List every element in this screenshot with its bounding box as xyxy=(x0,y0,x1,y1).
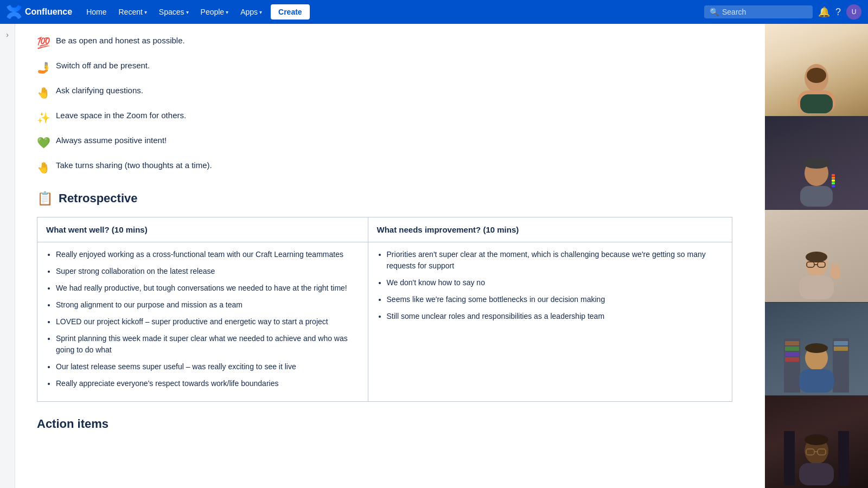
rule-text: Ask clarifying questions. xyxy=(56,85,143,97)
help-icon[interactable]: ? xyxy=(835,7,841,18)
confluence-logo-icon xyxy=(7,4,22,20)
went-well-item: Super strong collaboration on the latest… xyxy=(56,266,359,277)
recent-chevron-icon: ▾ xyxy=(144,9,147,15)
svg-rect-42 xyxy=(838,431,849,485)
rule-emoji: 💯 xyxy=(37,35,50,51)
sidebar-toggle[interactable]: › xyxy=(0,24,15,488)
rule-text: Switch off and be present. xyxy=(56,60,150,72)
svg-rect-8 xyxy=(800,186,833,207)
apps-chevron-icon: ▾ xyxy=(259,9,262,15)
search-placeholder: Search xyxy=(722,8,746,16)
person-svg-4 xyxy=(784,338,849,393)
main-container: › 💯Be as open and honest as possible.🤳Sw… xyxy=(0,24,868,488)
nav-right: 🔍 Search 🔔 ? U xyxy=(704,4,861,20)
needs-improvement-cell: Priorities aren't super clear at the mom… xyxy=(368,242,732,402)
video-bg-1 xyxy=(765,24,868,116)
logo-text: Confluence xyxy=(25,7,72,17)
person-svg-1 xyxy=(784,59,849,113)
svg-rect-41 xyxy=(784,431,795,485)
svg-rect-7 xyxy=(803,160,829,166)
svg-point-39 xyxy=(805,434,828,445)
rule-item: 💯Be as open and honest as possible. xyxy=(37,35,732,51)
svg-rect-10 xyxy=(832,177,835,179)
retrospective-emoji: 📋 xyxy=(37,191,53,206)
went-well-heading: What went well? (10 mins) xyxy=(37,217,368,242)
svg-rect-25 xyxy=(785,341,799,345)
person-svg-3 xyxy=(784,245,849,299)
went-well-item: We had really productive, but tough conv… xyxy=(56,282,359,294)
rules-list: 💯Be as open and honest as possible.🤳Swit… xyxy=(37,35,732,176)
video-bg-4 xyxy=(765,303,868,395)
nav-apps[interactable]: Apps ▾ xyxy=(235,4,267,20)
rule-emoji: ✨ xyxy=(37,110,50,126)
logo[interactable]: Confluence xyxy=(7,4,72,20)
nav-home[interactable]: Home xyxy=(81,4,112,20)
retrospective-title: Retrospective xyxy=(59,191,138,206)
rule-text: Be as open and honest as possible. xyxy=(56,35,185,47)
went-well-cell: Really enjoyed working as a cross-functi… xyxy=(37,242,368,402)
svg-rect-12 xyxy=(832,182,835,184)
video-tile-1 xyxy=(765,24,868,117)
action-items-heading: Action items xyxy=(37,417,732,431)
rule-text: Leave space in the Zoom for others. xyxy=(56,110,186,122)
went-well-item: Sprint planning this week made it super … xyxy=(56,333,359,356)
svg-rect-34 xyxy=(799,369,834,393)
svg-rect-30 xyxy=(834,341,848,345)
svg-rect-28 xyxy=(785,357,799,362)
needs-improvement-item: Still some unclear roles and responsibil… xyxy=(387,311,723,322)
needs-improvement-item: Priorities aren't super clear at the mom… xyxy=(387,249,723,272)
search-icon: 🔍 xyxy=(710,8,719,16)
video-tile-2 xyxy=(765,117,868,209)
svg-line-22 xyxy=(835,264,835,268)
svg-line-21 xyxy=(832,265,833,269)
table-row: Really enjoyed working as a cross-functi… xyxy=(37,242,732,402)
toggle-icon: › xyxy=(6,30,9,39)
svg-rect-40 xyxy=(799,463,834,485)
needs-improvement-item: Seems like we're facing some bottlenecks… xyxy=(387,294,723,305)
rule-item: 💚Always assume positive intent! xyxy=(37,134,732,151)
rule-item: 🤚Take turns sharing (two thoughts at a t… xyxy=(37,159,732,176)
retrospective-table: What went well? (10 mins) What needs imp… xyxy=(37,217,732,402)
rule-emoji: 🤚 xyxy=(37,159,50,176)
person-svg-2 xyxy=(784,152,849,207)
went-well-item: Strong alignment to our purpose and miss… xyxy=(56,299,359,311)
rule-emoji: 🤳 xyxy=(37,60,50,76)
rule-item: 🤚Ask clarifying questions. xyxy=(37,85,732,101)
rule-text: Take turns sharing (two thoughts at a ti… xyxy=(56,159,212,172)
rule-emoji: 💚 xyxy=(37,134,50,151)
video-bg-5 xyxy=(765,396,868,488)
search-box[interactable]: 🔍 Search xyxy=(704,5,813,18)
notifications-icon[interactable]: 🔔 xyxy=(818,6,830,18)
retrospective-heading: 📋 Retrospective xyxy=(37,191,732,206)
nav-items: Home Recent ▾ Spaces ▾ People ▾ Apps ▾ C… xyxy=(81,4,310,20)
svg-rect-19 xyxy=(799,275,834,299)
svg-point-18 xyxy=(806,252,827,262)
create-button[interactable]: Create xyxy=(271,4,310,20)
nav-spaces[interactable]: Spaces ▾ xyxy=(154,4,194,20)
svg-rect-26 xyxy=(785,346,799,351)
nav-recent[interactable]: Recent ▾ xyxy=(113,4,152,20)
needs-improvement-heading: What needs improvement? (10 mins) xyxy=(368,217,732,242)
svg-point-2 xyxy=(807,68,826,83)
svg-rect-13 xyxy=(832,185,835,187)
rule-emoji: 🤚 xyxy=(37,85,50,101)
went-well-item: LOVED our project kickoff – super produc… xyxy=(56,316,359,328)
video-panel xyxy=(765,24,868,488)
nav-people[interactable]: People ▾ xyxy=(195,4,234,20)
user-avatar[interactable]: U xyxy=(846,4,861,20)
needs-improvement-item: We don't know how to say no xyxy=(387,277,723,288)
svg-rect-31 xyxy=(834,346,848,351)
video-bg-2 xyxy=(765,117,868,209)
navbar: Confluence Home Recent ▾ Spaces ▾ People… xyxy=(0,0,868,24)
content-area: 💯Be as open and honest as possible.🤳Swit… xyxy=(15,24,765,488)
person-svg-5 xyxy=(784,431,849,485)
went-well-item: Really enjoyed working as a cross-functi… xyxy=(56,249,359,260)
svg-rect-4 xyxy=(800,94,833,113)
svg-rect-9 xyxy=(832,174,835,176)
went-well-item: Really appreciate everyone's respect tow… xyxy=(56,378,359,389)
video-bg-3 xyxy=(765,210,868,302)
svg-rect-11 xyxy=(832,179,835,182)
svg-rect-27 xyxy=(785,352,799,356)
spaces-chevron-icon: ▾ xyxy=(186,9,189,15)
rule-item: 🤳Switch off and be present. xyxy=(37,60,732,76)
